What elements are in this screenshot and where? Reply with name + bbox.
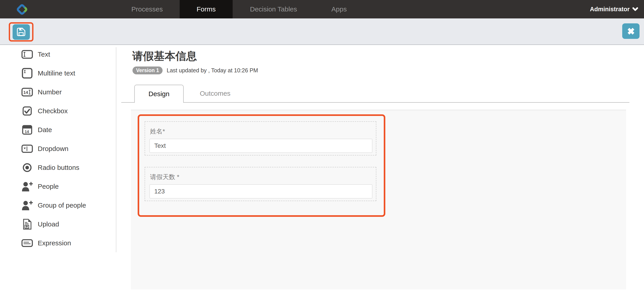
palette-item-expression[interactable]: Expression	[0, 234, 116, 252]
palette-item-upload[interactable]: Upload	[0, 215, 116, 234]
form-title: 请假基本信息	[132, 49, 197, 63]
palette-label: Multiline text	[38, 69, 75, 77]
number-field-input[interactable]	[150, 184, 372, 198]
group-of-people-icon	[20, 199, 34, 212]
palette-item-people[interactable]: People	[0, 177, 116, 196]
save-button-highlight	[9, 22, 34, 42]
nav-tab-apps[interactable]: Apps	[324, 0, 354, 19]
checkbox-icon	[20, 104, 34, 118]
editor-toolbar	[0, 19, 644, 45]
dropdown-icon	[20, 142, 34, 155]
form-field-row-name[interactable]: 姓名*	[144, 121, 376, 155]
palette-item-radio-buttons[interactable]: Radio buttons	[0, 158, 116, 177]
palette-label: People	[38, 183, 58, 190]
form-meta: Version 1 Last updated by , Today at 10:…	[132, 67, 258, 74]
svg-text:14: 14	[23, 90, 28, 95]
palette-item-date[interactable]: 14 Date	[0, 120, 116, 139]
user-menu[interactable]: Administrator	[590, 0, 638, 19]
expression-icon	[20, 236, 34, 250]
palette-label: Text	[38, 51, 50, 58]
multiline-text-icon	[20, 67, 34, 80]
user-name: Administrator	[590, 6, 630, 13]
save-button[interactable]	[12, 24, 30, 40]
nav-tab-forms[interactable]: Forms	[180, 0, 233, 19]
field-palette: Text Multiline text 14 Number	[0, 45, 116, 252]
close-button[interactable]	[622, 23, 640, 39]
diamond-logo-icon[interactable]	[16, 4, 28, 15]
field-label: 请假天数 *	[150, 173, 372, 181]
people-icon	[20, 180, 34, 193]
save-icon	[16, 27, 26, 37]
chevron-down-icon	[632, 7, 638, 11]
tab-outcomes[interactable]: Outcomes	[184, 85, 246, 102]
last-updated-text: Last updated by , Today at 10:26 PM	[166, 67, 258, 74]
nav-tab-processes[interactable]: Processes	[124, 0, 170, 19]
palette-label: Number	[38, 88, 62, 96]
close-icon	[626, 27, 636, 36]
palette-item-text[interactable]: Text	[0, 45, 116, 64]
top-navbar: Processes Forms Decision Tables Apps Adm…	[0, 0, 644, 19]
text-field-input[interactable]	[150, 139, 372, 153]
palette-label: Expression	[38, 239, 71, 247]
palette-label: Checkbox	[38, 107, 68, 115]
palette-item-dropdown[interactable]: Dropdown	[0, 139, 116, 158]
palette-label: Upload	[38, 220, 59, 228]
palette-item-group-of-people[interactable]: Group of people	[0, 196, 116, 215]
palette-label: Dropdown	[38, 145, 68, 153]
upload-icon	[20, 217, 34, 231]
palette-item-checkbox[interactable]: Checkbox	[0, 102, 116, 120]
field-label: 姓名*	[150, 127, 372, 136]
selection-highlight-box: 姓名* 请假天数 *	[138, 114, 385, 217]
palette-label: Date	[38, 126, 52, 134]
palette-item-number[interactable]: 14 Number	[0, 83, 116, 102]
number-field-icon: 14	[20, 85, 34, 99]
palette-label: Group of people	[38, 201, 86, 209]
radio-buttons-icon	[20, 161, 34, 174]
palette-item-multiline-text[interactable]: Multiline text	[0, 64, 116, 83]
nav-tab-decision-tables[interactable]: Decision Tables	[242, 0, 305, 19]
tab-bottom-line	[121, 102, 630, 103]
text-field-icon	[20, 48, 34, 61]
form-designer-app: Processes Forms Decision Tables Apps Adm…	[0, 0, 644, 297]
tab-design[interactable]: Design	[134, 85, 184, 103]
form-field-row-days[interactable]: 请假天数 *	[144, 167, 376, 201]
form-canvas[interactable]: 姓名* 请假天数 *	[131, 110, 626, 289]
version-badge: Version 1	[132, 67, 162, 74]
svg-text:14: 14	[25, 130, 29, 134]
palette-label: Radio buttons	[38, 164, 79, 171]
date-icon: 14	[20, 123, 34, 137]
